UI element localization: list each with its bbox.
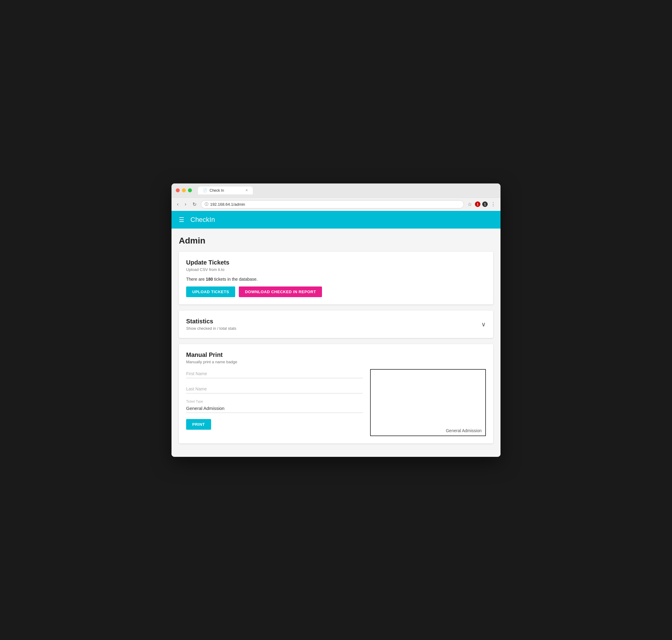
tab-title: Check In [210, 188, 224, 193]
refresh-button[interactable]: ↻ [191, 201, 198, 208]
statistics-subtitle: Show checked in / total stats [186, 326, 236, 331]
extension-badge-1[interactable]: 1 [475, 201, 480, 207]
update-tickets-title: Update Tickets [186, 259, 486, 266]
ticket-count: 180 [206, 277, 213, 281]
ticket-actions-row: UPLOAD TICKETS DOWNLOAD CHECKED IN REPOR… [186, 287, 486, 297]
ticket-type-label: Ticket Type [186, 399, 363, 403]
toolbar-actions: ☆ 1 1 ⋮ [466, 201, 497, 208]
browser-titlebar: 📄 Check In ✕ [171, 184, 501, 198]
app-header: ☰ CheckIn [171, 211, 501, 229]
traffic-lights [176, 188, 192, 192]
count-prefix: There are [186, 277, 206, 281]
bookmark-button[interactable]: ☆ [466, 201, 473, 208]
statistics-card-left: Statistics Show checked in / total stats [186, 318, 236, 331]
ticket-type-field: Ticket Type General Admission [186, 399, 363, 413]
statistics-card-inner: Statistics Show checked in / total stats… [186, 318, 486, 331]
last-name-input[interactable] [186, 384, 363, 393]
manual-print-form: Ticket Type General Admission PRINT [186, 369, 363, 430]
protocol-icon: ⓘ [205, 202, 208, 207]
browser-window: 📄 Check In ✕ ‹ › ↻ ⓘ 192.168.64.1/admin … [171, 184, 501, 457]
upload-tickets-button[interactable]: UPLOAD TICKETS [186, 287, 235, 297]
badge-preview: General Admission [370, 369, 486, 436]
tab-page-icon: 📄 [203, 188, 207, 192]
statistics-chevron-icon[interactable]: ∨ [481, 321, 486, 328]
manual-print-card: Manual Print Manually print a name badge… [179, 344, 493, 443]
page-heading: Admin [179, 236, 493, 246]
download-report-button[interactable]: DOWNLOAD CHECKED IN REPORT [239, 287, 322, 297]
badge-ticket-type-label: General Admission [446, 428, 482, 433]
minimize-button[interactable] [182, 188, 186, 192]
forward-button[interactable]: › [183, 201, 188, 207]
count-suffix: tickets in the database. [213, 277, 258, 281]
active-tab[interactable]: 📄 Check In ✕ [198, 187, 253, 194]
update-tickets-card: Update Tickets Upload CSV from ti.to The… [179, 252, 493, 304]
manual-print-subtitle: Manually print a name badge [186, 360, 486, 364]
tab-close-icon[interactable]: ✕ [245, 188, 248, 192]
back-button[interactable]: ‹ [175, 201, 180, 207]
statistics-title: Statistics [186, 318, 236, 325]
print-button[interactable]: PRINT [186, 419, 211, 430]
first-name-field [186, 369, 363, 378]
app-title: CheckIn [190, 216, 215, 224]
ticket-type-value: General Admission [186, 404, 363, 413]
maximize-button[interactable] [188, 188, 192, 192]
last-name-field [186, 384, 363, 393]
address-text: 192.168.64.1/admin [210, 202, 245, 207]
update-tickets-subtitle: Upload CSV from ti.to [186, 267, 486, 272]
statistics-card[interactable]: Statistics Show checked in / total stats… [179, 310, 493, 338]
manual-print-title: Manual Print [186, 351, 486, 359]
ticket-count-text: There are 180 tickets in the database. [186, 277, 486, 281]
tab-bar: 📄 Check In ✕ [198, 187, 253, 194]
menu-button[interactable]: ⋮ [490, 201, 497, 208]
hamburger-icon[interactable]: ☰ [179, 216, 184, 223]
address-bar[interactable]: ⓘ 192.168.64.1/admin [201, 200, 464, 208]
app-content: ☰ CheckIn Admin Update Tickets Upload CS… [171, 211, 501, 457]
close-button[interactable] [176, 188, 180, 192]
manual-print-body: Ticket Type General Admission PRINT Gene… [186, 369, 486, 436]
browser-toolbar: ‹ › ↻ ⓘ 192.168.64.1/admin ☆ 1 1 ⋮ [171, 198, 501, 211]
extension-badge-2[interactable]: 1 [482, 201, 488, 207]
first-name-input[interactable] [186, 369, 363, 378]
page-content: Admin Update Tickets Upload CSV from ti.… [171, 229, 501, 457]
